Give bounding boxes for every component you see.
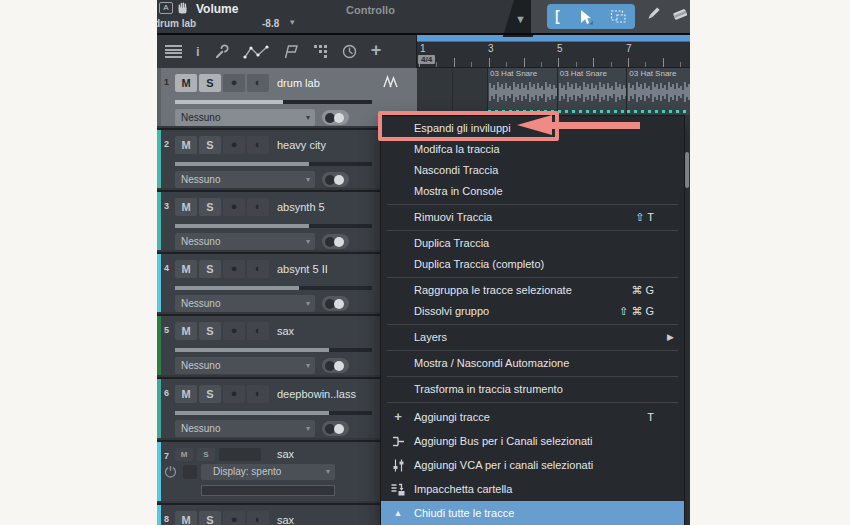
track-row-sax-2[interactable]: 8 M S ● ◐ sax: [157, 503, 417, 525]
track-row-absynth-5[interactable]: 3 M S ● ◐ absynth 5 Nessuno▾: [157, 190, 417, 250]
menu-item-mostra-nascondi-automazione[interactable]: Mostra / Nascondi Automazione: [381, 353, 684, 374]
volume-slider[interactable]: [175, 224, 372, 228]
eraser-tool-icon[interactable]: [671, 5, 690, 23]
power-icon[interactable]: [164, 465, 177, 478]
automation-select[interactable]: Nessuno▾: [175, 109, 315, 126]
record-arm-button[interactable]: ●: [223, 511, 245, 525]
audio-clip[interactable]: 03 Hat Snare: [557, 68, 627, 115]
track-name[interactable]: heavy city: [277, 139, 326, 151]
menu-item-dissolvi-gruppo[interactable]: Dissolvi gruppo⇧ ⌘ G: [381, 301, 684, 322]
menu-item-layers[interactable]: Layers▶: [381, 327, 684, 348]
track-row-absynt-5-II[interactable]: 4 M S ● ◐ absynt 5 II Nessuno▾: [157, 252, 417, 312]
mute-button[interactable]: M: [175, 74, 197, 92]
record-arm-button[interactable]: ●: [223, 385, 245, 403]
automation-value[interactable]: -8.8: [262, 18, 279, 29]
pencil-tool-icon[interactable]: [644, 5, 662, 23]
solo-button[interactable]: S: [199, 198, 221, 216]
mute-button[interactable]: M: [175, 448, 193, 461]
volume-slider[interactable]: [175, 162, 372, 166]
volume-slider[interactable]: [175, 100, 372, 104]
monitor-button[interactable]: ◐: [247, 136, 269, 154]
automation-select[interactable]: Nessuno▾: [175, 295, 315, 312]
automation-select[interactable]: Nessuno▾: [175, 420, 315, 437]
volume-slider[interactable]: [175, 286, 372, 290]
monitor-button[interactable]: ◐: [247, 322, 269, 340]
timeline-ruler[interactable]: 1 3 5 7 4/4: [417, 42, 690, 68]
track-name[interactable]: sax: [277, 325, 294, 337]
instrument-wave-icon[interactable]: [383, 75, 399, 89]
menu-item-aggiungi-vca[interactable]: Aggiungi VCA per i canali selezionati: [381, 453, 684, 477]
mute-button[interactable]: M: [175, 260, 197, 278]
menu-item-rimuovi-traccia[interactable]: Rimuovi Traccia⇧ T: [381, 207, 684, 228]
mute-button[interactable]: M: [175, 322, 197, 340]
mute-button[interactable]: M: [175, 198, 197, 216]
menu-item-mostra-in-console[interactable]: Mostra in Console: [381, 181, 684, 202]
arrow-tool-icon[interactable]: [576, 8, 594, 26]
monitor-button[interactable]: ◐: [247, 198, 269, 216]
solo-button[interactable]: S: [197, 448, 215, 461]
mute-button[interactable]: M: [175, 511, 197, 525]
scrollbar-handle[interactable]: [685, 152, 689, 188]
value-dropdown-icon[interactable]: ▾: [290, 17, 295, 27]
menu-item-aggiungi-bus[interactable]: Aggiungi Bus per i Canali selezionati: [381, 429, 684, 453]
flag-icon[interactable]: [283, 44, 299, 59]
menu-item-aggiungi-tracce[interactable]: +Aggiungi tracceT: [381, 405, 684, 429]
menu-item-trasforma-strumento[interactable]: Trasforma in traccia strumento: [381, 379, 684, 400]
monitor-button[interactable]: ◐: [247, 260, 269, 278]
solo-button[interactable]: S: [199, 322, 221, 340]
marquee-tool-icon[interactable]: [610, 8, 627, 25]
horizontal-scrollbar[interactable]: [417, 35, 690, 42]
volume-slider[interactable]: [175, 348, 372, 352]
audio-clip[interactable]: 03 Hat Snare: [626, 68, 690, 115]
track-name[interactable]: absynth 5: [277, 201, 325, 213]
solo-button[interactable]: S: [199, 511, 221, 525]
track-name[interactable]: sax: [277, 514, 294, 525]
record-arm-button[interactable]: ●: [223, 322, 245, 340]
menu-item-raggruppa-tracce[interactable]: Raggruppa le tracce selezionate⌘ G: [381, 280, 684, 301]
track-row-sax-automation[interactable]: 7 M S sax Display: spento▾: [157, 440, 417, 501]
monitor-button[interactable]: ◐: [247, 511, 269, 525]
solo-button[interactable]: S: [199, 74, 221, 92]
menu-item-duplica-traccia[interactable]: Duplica Traccia: [381, 233, 684, 254]
volume-slider[interactable]: [175, 411, 372, 415]
monitor-toggle[interactable]: [322, 172, 349, 187]
track-row-deepbow[interactable]: 6 M S ● ◐ deepbowin..lass Nessuno▾: [157, 377, 417, 438]
menu-item-chiudi-tutte-le-tracce[interactable]: ▲ Chiudi tutte le tracce: [381, 501, 684, 525]
automation-select[interactable]: Nessuno▾: [175, 357, 315, 374]
menu-icon[interactable]: [165, 45, 182, 58]
monitor-toggle[interactable]: [322, 296, 349, 311]
automation-mode-label[interactable]: Controllo: [346, 4, 395, 16]
track-name[interactable]: absynt 5 II: [277, 263, 328, 275]
hand-icon[interactable]: [176, 1, 190, 15]
menu-item-nascondi-traccia[interactable]: Nascondi Traccia: [381, 160, 684, 181]
audio-clip[interactable]: 03 Hat Snare: [487, 68, 557, 115]
automation-value-bar[interactable]: [201, 485, 335, 496]
track-name[interactable]: drum lab: [277, 77, 320, 89]
track-row-sax[interactable]: 5 M S ● ◐ sax Nessuno▾: [157, 314, 417, 375]
grid-icon[interactable]: [313, 44, 328, 59]
record-arm-button[interactable]: ●: [223, 74, 245, 92]
track-name[interactable]: deepbowin..lass: [277, 388, 356, 400]
solo-button[interactable]: S: [199, 260, 221, 278]
menu-item-duplica-traccia-completo[interactable]: Duplica Traccia (completo): [381, 254, 684, 275]
monitor-button[interactable]: ◐: [247, 385, 269, 403]
solo-button[interactable]: S: [199, 136, 221, 154]
display-select[interactable]: Display: spento▾: [201, 464, 335, 480]
wrench-icon[interactable]: [214, 44, 229, 59]
menu-item-modifica-traccia[interactable]: Modifca la traccia: [381, 139, 684, 160]
monitor-toggle[interactable]: [322, 421, 349, 436]
monitor-toggle[interactable]: [322, 234, 349, 249]
track-name[interactable]: sax: [277, 448, 294, 460]
mute-button[interactable]: M: [175, 136, 197, 154]
clock-icon[interactable]: [342, 44, 357, 59]
monitor-button[interactable]: ◐: [247, 74, 269, 92]
menu-item-impacchetta-cartella[interactable]: Impacchetta cartella: [381, 477, 684, 501]
monitor-toggle[interactable]: [322, 358, 349, 373]
info-icon[interactable]: i: [196, 44, 200, 59]
monitor-toggle[interactable]: [322, 110, 349, 125]
solo-button[interactable]: S: [199, 385, 221, 403]
automation-state-box[interactable]: [183, 465, 197, 479]
mute-button[interactable]: M: [175, 385, 197, 403]
record-arm-button[interactable]: ●: [223, 136, 245, 154]
automation-select[interactable]: Nessuno▾: [175, 171, 315, 188]
